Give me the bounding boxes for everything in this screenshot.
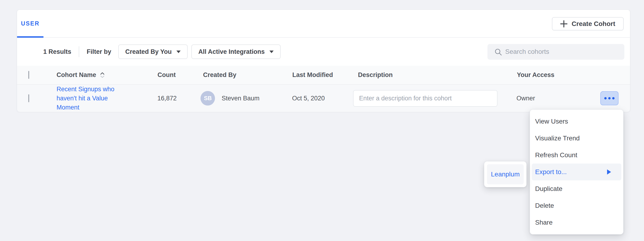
active-tab-underline (17, 36, 44, 38)
search-box (488, 44, 624, 60)
search-input[interactable] (488, 44, 624, 60)
results-count: 1 Results (43, 48, 71, 56)
menu-item-view-users[interactable]: View Users (532, 113, 621, 130)
menu-item-label: Visualize Trend (535, 135, 580, 142)
chevron-down-icon (270, 51, 274, 53)
plus-icon (560, 20, 567, 27)
tab-user-label: USER (21, 20, 40, 27)
integrations-filter-label: All Active Integrations (198, 48, 265, 56)
menu-item-visualize-trend[interactable]: Visualize Trend (532, 130, 621, 147)
filter-by-label: Filter by (87, 48, 111, 56)
creator-name: Steven Baum (222, 95, 260, 102)
more-dot-icon (612, 97, 614, 99)
header-created-by: Created By (201, 71, 292, 79)
avatar: SB (200, 91, 215, 106)
cohort-name-cell: Recent Signups who haven't hit a Value M… (56, 85, 158, 112)
menu-item-refresh-count[interactable]: Refresh Count (532, 147, 621, 164)
description-input[interactable] (353, 90, 498, 107)
submenu-item-leanplum[interactable]: Leanplum (487, 164, 524, 184)
menu-item-duplicate[interactable]: Duplicate (532, 180, 621, 197)
header-count: Count (158, 71, 201, 79)
integrations-filter-dropdown[interactable]: All Active Integrations (192, 45, 281, 59)
header-cohort-name[interactable]: Cohort Name (56, 71, 158, 79)
tab-bar: USER Create Cohort (17, 10, 630, 38)
more-dot-icon (608, 97, 610, 99)
header-checkbox-cell (17, 71, 56, 79)
access-cell: Owner (516, 95, 600, 102)
actions-cell (600, 91, 630, 105)
menu-item-label: Export to... (535, 168, 567, 176)
cohorts-card: USER Create Cohort 1 Results Filter by C… (17, 10, 630, 112)
more-dot-icon (604, 97, 606, 99)
count-cell: 16,872 (158, 95, 201, 102)
submenu-item-label: Leanplum (491, 171, 520, 178)
menu-item-delete[interactable]: Delete (532, 197, 621, 214)
divider (79, 46, 79, 57)
row-checkbox[interactable] (28, 94, 29, 102)
chevron-down-icon (176, 51, 181, 53)
row-checkbox-cell (17, 95, 56, 102)
table-header-row: Cohort Name Count Created By Last Modifi… (17, 66, 630, 85)
select-all-checkbox[interactable] (28, 71, 29, 79)
menu-item-label: Duplicate (535, 185, 562, 192)
header-your-access: Your Access (517, 71, 601, 79)
more-actions-button[interactable] (600, 91, 618, 105)
menu-item-label: Delete (535, 202, 554, 209)
row-context-menu: View Users Visualize Trend Refresh Count… (530, 110, 624, 234)
menu-item-label: View Users (535, 118, 568, 125)
menu-item-label: Refresh Count (535, 151, 578, 159)
header-cohort-name-label: Cohort Name (56, 71, 96, 79)
filter-bar: 1 Results Filter by Created By You All A… (17, 38, 630, 66)
submenu-arrow-icon (607, 169, 611, 174)
create-cohort-label: Create Cohort (572, 20, 615, 28)
tab-user[interactable]: USER (17, 10, 44, 37)
menu-item-export-to[interactable]: Export to... (532, 164, 621, 180)
created-by-cell: SB Steven Baum (200, 91, 292, 106)
search-icon (494, 48, 502, 56)
sort-icon[interactable] (100, 72, 105, 79)
description-cell (353, 90, 516, 107)
header-description: Description (353, 71, 517, 79)
created-by-filter-dropdown[interactable]: Created By You (118, 45, 188, 59)
cohorts-page: USER Create Cohort 1 Results Filter by C… (0, 0, 644, 241)
cohort-name-link[interactable]: Recent Signups who haven't hit a Value M… (56, 85, 116, 112)
created-by-filter-label: Created By You (125, 48, 172, 56)
header-last-modified: Last Modified (292, 71, 353, 79)
menu-item-label: Share (535, 219, 553, 226)
table-row: Recent Signups who haven't hit a Value M… (17, 85, 630, 112)
export-submenu: Leanplum (484, 161, 526, 187)
create-cohort-button[interactable]: Create Cohort (552, 17, 624, 31)
menu-item-share[interactable]: Share (532, 214, 621, 231)
last-modified-cell: Oct 5, 2020 (292, 95, 353, 102)
